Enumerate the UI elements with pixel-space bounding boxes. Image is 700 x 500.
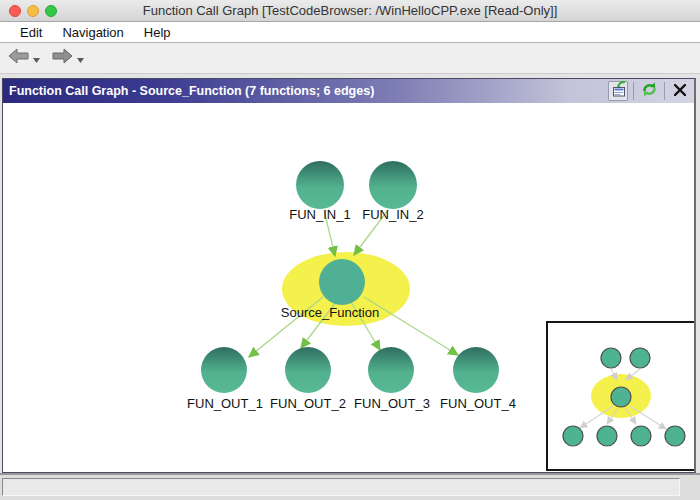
- app-window: Function Call Graph [TestCodeBrowser: /W…: [0, 0, 700, 500]
- node-label: FUN_OUT_2: [270, 396, 346, 411]
- close-panel-button[interactable]: [670, 81, 690, 101]
- export-graph-button[interactable]: [608, 81, 628, 101]
- node-fun-out-4[interactable]: [453, 347, 499, 393]
- node-label: FUN_IN_1: [289, 207, 350, 222]
- forward-history-caret-icon[interactable]: [77, 49, 84, 67]
- traffic-lights: [9, 5, 57, 17]
- forward-arrow-icon: [52, 48, 73, 68]
- close-icon: [674, 82, 686, 100]
- node-source-function[interactable]: [319, 259, 365, 305]
- menubar: Edit Navigation Help: [0, 22, 700, 43]
- header-separator: [664, 82, 665, 100]
- zoom-window-button[interactable]: [45, 5, 57, 17]
- close-window-button[interactable]: [9, 5, 21, 17]
- header-separator: [633, 82, 634, 100]
- menu-navigation[interactable]: Navigation: [52, 25, 133, 40]
- node-label: FUN_IN_2: [362, 207, 423, 222]
- export-graph-icon: [610, 81, 626, 101]
- node-fun-in-2[interactable]: [369, 161, 417, 209]
- titlebar: Function Call Graph [TestCodeBrowser: /W…: [0, 0, 700, 22]
- node-label: Source_Function: [281, 305, 379, 320]
- node-label: FUN_OUT_4: [440, 396, 516, 411]
- statusbar: [0, 473, 700, 500]
- menu-edit[interactable]: Edit: [10, 25, 52, 40]
- back-arrow-icon: [8, 48, 29, 68]
- call-graph: FUN_IN_1 FUN_IN_2 Source_Function FUN_OU…: [3, 103, 694, 472]
- graph-canvas[interactable]: FUN_IN_1 FUN_IN_2 Source_Function FUN_OU…: [3, 103, 694, 472]
- node-fun-in-1[interactable]: [296, 161, 344, 209]
- minimap[interactable]: [547, 322, 694, 470]
- node-fun-out-3[interactable]: [368, 347, 414, 393]
- panel-container: Function Call Graph - Source_Function (7…: [0, 74, 700, 473]
- panel-header: Function Call Graph - Source_Function (7…: [3, 79, 694, 103]
- panel-title: Function Call Graph - Source_Function (7…: [3, 84, 608, 98]
- node-fun-out-1[interactable]: [201, 347, 247, 393]
- panel-header-buttons: [608, 81, 694, 101]
- forward-button[interactable]: [52, 48, 84, 68]
- menu-help[interactable]: Help: [134, 25, 181, 40]
- back-history-caret-icon[interactable]: [33, 49, 40, 67]
- refresh-button[interactable]: [639, 81, 659, 101]
- status-message: [2, 478, 680, 496]
- refresh-icon: [641, 81, 658, 102]
- toolbar: [0, 43, 700, 74]
- node-label: FUN_OUT_1: [187, 396, 263, 411]
- minimize-window-button[interactable]: [27, 5, 39, 17]
- window-title: Function Call Graph [TestCodeBrowser: /W…: [143, 3, 558, 18]
- node-fun-out-2[interactable]: [285, 347, 331, 393]
- node-label: FUN_OUT_3: [354, 396, 430, 411]
- call-graph-panel: Function Call Graph - Source_Function (7…: [2, 78, 696, 473]
- back-button[interactable]: [8, 48, 40, 68]
